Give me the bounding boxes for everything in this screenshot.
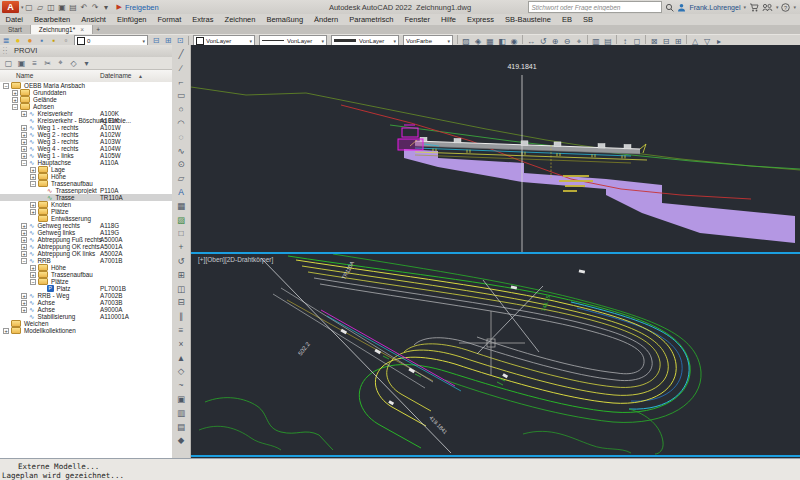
tree-expander[interactable]: + [21, 139, 27, 145]
fillet-icon[interactable]: ◇ [175, 365, 188, 379]
column-header-dateiname[interactable]: Dateiname [100, 72, 131, 79]
layer-current-icon[interactable]: ▫ [60, 36, 72, 45]
tree-expander[interactable]: − [21, 160, 27, 166]
tree-row[interactable]: +Trassenaufbau [0, 271, 172, 278]
connect-icon[interactable] [762, 3, 773, 12]
tree-expander[interactable]: + [21, 300, 27, 306]
viewport-plan[interactable]: 502.2 TR110A 748.15 419.1841 [191, 252, 800, 457]
menu-item-sb-bausteine[interactable]: SB-Bausteine [500, 15, 557, 24]
tree-expander[interactable]: + [21, 111, 27, 117]
menu-item-sb[interactable]: SB [577, 15, 598, 24]
move-icon[interactable]: ≡ [175, 324, 188, 338]
layer-lock-icon[interactable]: ▪ [36, 36, 48, 45]
tree-row[interactable]: +Knoten [0, 201, 172, 208]
tree-row[interactable]: +∿Weg 2 - rechtsA102W [0, 131, 172, 138]
tree-expander[interactable]: + [21, 153, 27, 159]
menu-item-bearbeiten[interactable]: Bearbeiten [29, 15, 76, 24]
extend-icon[interactable]: ▲ [175, 352, 188, 366]
tree-expander[interactable]: − [12, 104, 18, 110]
arc-icon[interactable]: ◠ [175, 117, 188, 131]
tab-start[interactable]: Start [0, 25, 31, 34]
tree-row[interactable]: +∿Gehweg linksA119G [0, 229, 172, 236]
tree-expander[interactable]: + [30, 167, 36, 173]
tree-expander[interactable]: + [21, 223, 27, 229]
tree-row[interactable]: +∿Abtreppung Fuß rechtsA5000A [0, 236, 172, 243]
qat-menu-icon[interactable]: ▾ [101, 3, 112, 12]
erase-icon[interactable]: ⊟ [175, 296, 188, 310]
search-icon[interactable] [665, 3, 674, 12]
layer-color-icon[interactable]: ▪ [48, 36, 60, 45]
save-icon[interactable]: ◫ [46, 3, 57, 12]
tree-row[interactable]: −∿HauptachseA110A [0, 159, 172, 166]
ellipse-icon[interactable]: ◌ [175, 131, 188, 145]
spline-icon[interactable]: ∿ [175, 145, 188, 159]
list-view-icon[interactable]: ≡ [28, 59, 41, 68]
tree-row[interactable]: +∿Weg 1 - linksA105W [0, 152, 172, 159]
tab-close-icon[interactable]: × [80, 26, 84, 33]
rectangle-icon[interactable]: ▭ [175, 89, 188, 103]
tree-expander[interactable]: + [12, 90, 18, 96]
tree-row[interactable]: +∿AchseA9000A [0, 306, 172, 313]
tree-row[interactable]: +∿AchseA7003B [0, 299, 172, 306]
tree-expander[interactable]: + [21, 293, 27, 299]
open-project-icon[interactable]: ▣ [15, 59, 28, 68]
layer-freeze-icon[interactable]: ● [24, 36, 36, 45]
tree-expander[interactable]: + [21, 125, 27, 131]
tree-row[interactable]: ∿StabilisierungA110001A [0, 313, 172, 320]
mirror-icon[interactable]: ◫ [175, 283, 188, 297]
tree-expander[interactable]: + [30, 202, 36, 208]
menu-item-ansicht[interactable]: Ansicht [76, 15, 112, 24]
tree-expander[interactable]: + [30, 174, 36, 180]
tree-expander[interactable]: − [3, 83, 9, 89]
text-icon[interactable]: A [175, 186, 188, 200]
tree-row[interactable]: −Achsen [0, 103, 172, 110]
menu-item--ndern[interactable]: Ändern [309, 15, 344, 24]
undo-icon[interactable]: ↶ [79, 3, 90, 12]
region-icon[interactable]: □ [175, 227, 188, 241]
tree-expander[interactable]: + [12, 97, 18, 103]
tree-expander[interactable]: + [21, 251, 27, 257]
layer-on-icon[interactable]: ● [12, 36, 24, 45]
tree-expander[interactable]: + [30, 272, 36, 278]
new-file-icon[interactable]: ▢ [24, 3, 35, 12]
open-file-icon[interactable]: ▱ [35, 3, 46, 12]
tree-row[interactable]: −∿RRBA7001B [0, 257, 172, 264]
user-menu-caret-icon[interactable]: ▾ [743, 4, 746, 10]
tree-row[interactable]: +Modellkollektionen [0, 327, 172, 334]
insert-icon[interactable]: ▥ [175, 407, 188, 421]
share-button[interactable]: Freigeben [125, 3, 159, 12]
app-store-cart-icon[interactable] [749, 3, 759, 12]
viewport-profile[interactable]: 419.1841 [191, 45, 800, 252]
tree-expander[interactable]: + [21, 244, 27, 250]
column-header-name[interactable]: Name [16, 72, 33, 79]
menu-item-einf-gen[interactable]: Einfügen [111, 15, 152, 24]
tree-row[interactable]: +∿Weg 3 - rechtsA103W [0, 138, 172, 145]
menu-item-datei[interactable]: Datei [0, 15, 29, 24]
array-icon[interactable]: ⊞ [175, 269, 188, 283]
menu-item-zeichnen[interactable]: Zeichnen [219, 15, 261, 24]
tree-row[interactable]: Weichen [0, 320, 172, 327]
tree-expander[interactable]: − [30, 181, 36, 187]
menu-item-express[interactable]: Express [461, 15, 499, 24]
tree-row[interactable]: +∿KreisverkehrA100K [0, 110, 172, 117]
redo-icon[interactable]: ↷ [90, 3, 101, 12]
explode-icon[interactable]: ◆ [175, 434, 188, 448]
palette-grip[interactable]: ∷∷ [3, 48, 9, 54]
menu-item-bema-ung[interactable]: Bemaßung [261, 15, 309, 24]
cut-icon[interactable]: ✂ [41, 59, 54, 68]
layer-isolate-icon[interactable]: ⊞ [162, 36, 174, 45]
hatch-icon[interactable]: ▦ [175, 200, 188, 214]
palette-menu-icon[interactable]: ▾ [80, 59, 93, 68]
tree-expander[interactable]: + [21, 237, 27, 243]
help-icon[interactable]: ? [781, 3, 790, 12]
plot-icon[interactable]: ▤ [68, 3, 79, 12]
tree-expander[interactable]: + [30, 265, 36, 271]
tree-row[interactable]: +∿Abtreppung OK rechtsA5001A [0, 243, 172, 250]
tree-row[interactable]: −Plätze [0, 278, 172, 285]
layer-states-icon[interactable]: ⊟ [150, 36, 162, 45]
tree-expander[interactable]: + [21, 307, 27, 313]
tree-row[interactable]: ∿Kreisverkehr - Böschung Einbie...A101K [0, 117, 172, 124]
tree-row[interactable]: +Höhe [0, 173, 172, 180]
viewport-controls-label[interactable]: [+][Oben][2D-Drahtkörper] [198, 256, 273, 263]
tree-expander[interactable]: − [21, 258, 27, 264]
